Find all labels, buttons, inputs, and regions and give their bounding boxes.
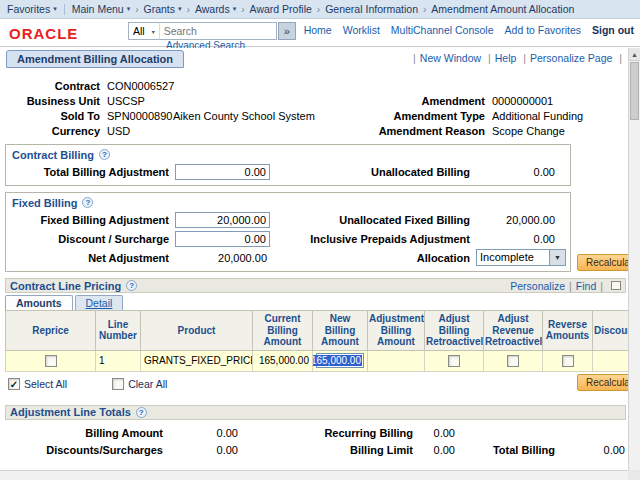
adjustment-line-totals-header: Adjustment Line Totals ? <box>5 405 626 420</box>
breadcrumb-separator-icon: › <box>187 4 190 15</box>
contract-line-pricing-title: Contract Line Pricing <box>10 280 121 292</box>
col-line-number: Line Number <box>96 311 141 351</box>
breadcrumb-awards-label: Awards <box>195 3 230 15</box>
breadcrumb-main-menu[interactable]: Main Menu ▾ <box>72 3 130 15</box>
allocation-label: Allocation <box>270 252 470 264</box>
allocation-value: Incomplete <box>477 250 549 265</box>
find-link[interactable]: Find <box>576 280 596 292</box>
multichannel-console-link[interactable]: MultiChannel Console <box>391 24 494 36</box>
new-billing-amount-input[interactable]: 165,000.00 <box>316 353 364 368</box>
total-billing-adjustment-input[interactable] <box>175 164 270 180</box>
adjustment-totals-rows: Billing Amount 0.00 Recurring Billing 0.… <box>0 425 628 459</box>
tab-amounts[interactable]: Amounts <box>5 295 73 310</box>
contract-label: Contract <box>0 80 100 92</box>
breadcrumb-award-profile-label: Award Profile <box>250 3 312 15</box>
help-icon[interactable]: ? <box>82 197 93 208</box>
personalize-page-link[interactable]: Personalize Page <box>530 52 612 64</box>
discount-surcharge-input[interactable] <box>175 231 270 247</box>
worklist-link[interactable]: Worklist <box>343 24 380 36</box>
vertical-scrollbar[interactable]: ▲ <box>628 48 640 470</box>
select-all-label[interactable]: Select All <box>24 378 67 390</box>
page-actions: New Window Help Personalize Page <box>409 52 626 64</box>
business-unit-label: Business Unit <box>0 95 100 107</box>
contract-billing-title: Contract Billing <box>12 149 94 161</box>
tab-amendment-billing-allocation[interactable]: Amendment Billing Allocation <box>6 50 184 68</box>
reverse-amounts-checkbox[interactable] <box>562 355 574 367</box>
personalize-link[interactable]: Personalize <box>510 280 565 292</box>
search-input[interactable] <box>159 22 277 40</box>
breadcrumb-grants[interactable]: Grants ▾ <box>144 3 182 15</box>
page-content: Amendment Billing Allocation New Window … <box>0 48 628 470</box>
total-billing-value: 0.00 <box>555 444 625 456</box>
search-scope-dropdown[interactable]: All ▾ <box>128 22 159 40</box>
select-all-checkbox[interactable]: ✓ <box>8 378 20 390</box>
check-icon: ✓ <box>9 379 19 390</box>
home-link[interactable]: Home <box>304 24 332 36</box>
grid-footer-row: ✓ Select All Clear All Recalculate <box>8 376 628 392</box>
adjust-revenue-retroactively-checkbox[interactable] <box>507 355 519 367</box>
contract-line-pricing-header: Contract Line Pricing ? Personalize Find <box>5 278 626 293</box>
table-row: 1 GRANTS_FIXED_PRICE 165,000.00 165,000.… <box>6 350 629 371</box>
col-adjustment-billing-amount: Adjustment Billing Amount <box>368 311 425 351</box>
col-new-billing-amount: New Billing Amount <box>313 311 368 351</box>
col-reprice: Reprice <box>6 311 96 351</box>
add-to-favorites-link[interactable]: Add to Favorites <box>505 24 581 36</box>
view-all-icon[interactable] <box>611 281 621 290</box>
amendment-value: 0000000001 <box>492 95 553 107</box>
breadcrumb-award-profile[interactable]: Award Profile <box>250 3 312 15</box>
amendment-reason-value: Scope Change <box>492 125 565 137</box>
breadcrumb-favorites[interactable]: Favorites ▾ <box>7 3 57 15</box>
clear-all-checkbox[interactable] <box>112 378 124 390</box>
help-icon[interactable]: ? <box>126 280 137 291</box>
breadcrumb-general-information[interactable]: General Information <box>325 3 418 15</box>
allocation-dropdown[interactable]: Incomplete ▼ <box>476 249 566 266</box>
global-search: All ▾ » <box>128 22 296 40</box>
sign-out-link[interactable]: Sign out <box>592 24 634 36</box>
dropdown-arrow-icon[interactable]: ▼ <box>549 250 565 265</box>
help-icon[interactable]: ? <box>99 149 110 160</box>
application-header: ORACLE All ▾ » Advanced Search Home Work… <box>0 19 640 47</box>
breadcrumb: Favorites ▾ Main Menu ▾ › Grants ▾ › Awa… <box>0 0 640 19</box>
billing-amount-value: 0.00 <box>163 427 238 439</box>
currency-value: USD <box>107 125 355 137</box>
tab-detail[interactable]: Detail <box>75 295 124 310</box>
amendment-label: Amendment <box>355 95 485 107</box>
new-billing-amount-cell: 165,000.00 <box>313 350 368 371</box>
adjustment-billing-amount-cell <box>368 350 425 371</box>
business-unit-value: USCSP <box>107 95 355 107</box>
product-cell: GRANTS_FIXED_PRICE <box>141 350 253 371</box>
total-billing-adjustment-label: Total Billing Adjustment <box>6 166 169 178</box>
help-icon[interactable]: ? <box>136 407 147 418</box>
billing-amount-label: Billing Amount <box>0 427 163 439</box>
breadcrumb-separator-icon: › <box>241 4 244 15</box>
search-go-icon[interactable]: » <box>278 22 296 40</box>
col-current-billing-amount: Current Billing Amount <box>253 311 313 351</box>
adjust-billing-retro-cell <box>425 350 484 371</box>
scroll-up-icon[interactable]: ▲ <box>629 48 640 61</box>
recalculate-button[interactable]: Recalculate <box>577 254 628 271</box>
line-number-cell: 1 <box>96 350 141 371</box>
currency-label: Currency <box>0 125 100 137</box>
breadcrumb-awards[interactable]: Awards ▾ <box>195 3 236 15</box>
fixed-billing-adjustment-input[interactable] <box>175 212 270 228</box>
sold-to-value: SPN0000890 <box>107 110 173 122</box>
new-window-link[interactable]: New Window <box>420 52 481 64</box>
adjust-billing-retroactively-checkbox[interactable] <box>448 355 460 367</box>
breadcrumb-current-page: Amendment Amount Allocation <box>431 3 574 15</box>
contract-billing-group: Contract Billing ? Total Billing Adjustm… <box>5 144 571 186</box>
scrollbar-thumb[interactable] <box>630 62 639 120</box>
horizontal-scrollbar[interactable] <box>0 470 628 480</box>
inclusive-prepaids-value: 0.00 <box>470 233 555 245</box>
recurring-billing-label: Recurring Billing <box>238 427 413 439</box>
caret-down-icon: ▾ <box>178 5 182 13</box>
recalculate-button[interactable]: Recalculate <box>577 374 628 391</box>
caret-down-icon: ▾ <box>233 5 237 13</box>
recurring-billing-value: 0.00 <box>413 427 455 439</box>
discount-surcharge-label: Discount / Surcharge <box>6 233 169 245</box>
breadcrumb-general-information-label: General Information <box>325 3 418 15</box>
clear-all-label[interactable]: Clear All <box>128 378 167 390</box>
reprice-checkbox[interactable] <box>45 355 57 367</box>
discount-cell <box>593 350 629 371</box>
help-link[interactable]: Help <box>495 52 517 64</box>
reverse-amounts-cell <box>543 350 593 371</box>
